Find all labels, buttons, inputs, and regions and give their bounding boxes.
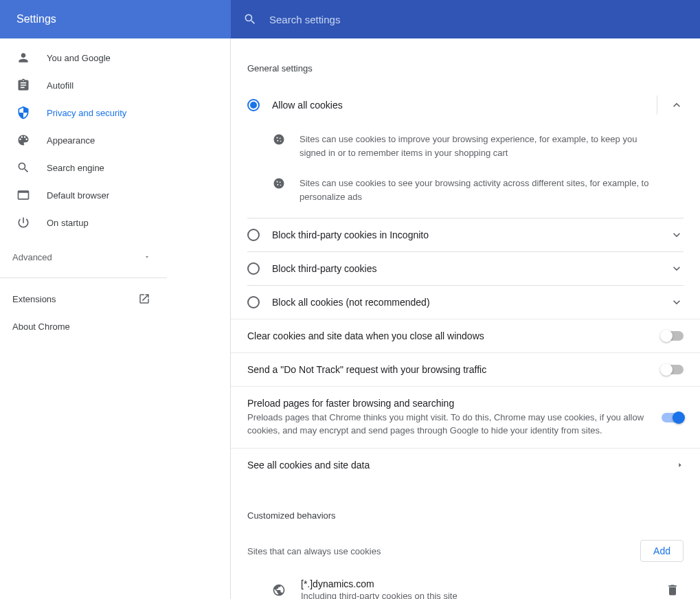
sidebar-extensions[interactable]: Extensions: [0, 285, 167, 313]
svg-point-2: [280, 137, 281, 139]
extensions-label: Extensions: [12, 294, 56, 304]
sidebar-item-label: Appearance: [47, 135, 95, 146]
custom-behaviors-header: Customized behaviors: [231, 502, 700, 533]
person-icon: [16, 51, 30, 65]
sidebar: You and Google Autofill Privacy and secu…: [0, 38, 231, 599]
radio-expanded-content: Sites can use cookies to improve your br…: [231, 124, 700, 218]
svg-point-8: [277, 184, 278, 185]
radio-block-all[interactable]: Block all cookies (not recommended): [231, 286, 700, 319]
svg-point-4: [280, 141, 282, 142]
sidebar-about[interactable]: About Chrome: [0, 313, 167, 340]
chevron-down-icon[interactable]: [670, 295, 684, 309]
sidebar-item-label: Privacy and security: [47, 108, 126, 118]
sidebar-item-label: Default browser: [47, 190, 109, 201]
header: Settings: [0, 0, 700, 38]
setting-title: Clear cookies and site data when you clo…: [247, 330, 662, 341]
setting-title: Preload pages for faster browsing and se…: [247, 398, 662, 409]
sidebar-item-you-and-google[interactable]: You and Google: [0, 44, 230, 71]
radio-icon: [247, 296, 260, 308]
sidebar-item-label: Autofill: [47, 80, 74, 91]
caret-down-icon: [144, 253, 150, 260]
chevron-down-icon[interactable]: [670, 262, 684, 275]
add-button[interactable]: Add: [640, 540, 684, 562]
general-settings-header: General settings: [231, 55, 700, 86]
desc-text: Sites can use cookies to see your browsi…: [300, 177, 684, 204]
radio-label: Block all cookies (not recommended): [272, 297, 670, 308]
sidebar-item-appearance[interactable]: Appearance: [0, 126, 230, 154]
search-bar[interactable]: [231, 0, 700, 38]
radio-icon: [247, 99, 260, 111]
sidebar-item-privacy[interactable]: Privacy and security: [0, 99, 230, 126]
radio-block-3p-incognito[interactable]: Block third-party cookies in Incognito: [231, 218, 700, 251]
cookie-icon: [272, 133, 289, 149]
radio-allow-all[interactable]: Allow all cookies: [231, 86, 700, 124]
search-icon: [243, 12, 257, 26]
globe-icon: [272, 583, 286, 597]
power-icon: [16, 216, 30, 229]
chevron-down-icon[interactable]: [670, 228, 684, 242]
setting-preload[interactable]: Preload pages for faster browsing and se…: [231, 386, 700, 448]
svg-point-3: [277, 140, 278, 142]
svg-point-7: [280, 181, 281, 183]
radio-icon: [247, 262, 260, 275]
palette-icon: [16, 133, 30, 147]
nav-label: See all cookies and site data: [247, 460, 677, 471]
setting-desc: Preloads pages that Chrome thinks you mi…: [247, 411, 662, 437]
app-title: Settings: [0, 0, 231, 38]
external-link-icon: [138, 293, 150, 305]
divider: [657, 95, 657, 115]
svg-point-5: [274, 179, 284, 189]
browser-icon: [16, 188, 30, 202]
desc-text: Sites can use cookies to improve your br…: [300, 133, 684, 160]
toggle-dnt[interactable]: [662, 365, 684, 374]
sidebar-item-autofill[interactable]: Autofill: [0, 71, 230, 99]
radio-label: Block third-party cookies: [272, 263, 670, 274]
svg-point-9: [280, 185, 282, 186]
site-row: [*.]dynamics.com Including third-party c…: [247, 569, 684, 599]
search-engine-icon: [16, 161, 30, 174]
sidebar-item-search-engine[interactable]: Search engine: [0, 154, 230, 181]
nav-see-all-cookies[interactable]: See all cookies and site data: [231, 448, 700, 482]
content: General settings Allow all cookies Sites…: [231, 38, 700, 599]
sidebar-advanced[interactable]: Advanced: [0, 243, 167, 271]
radio-icon: [247, 229, 260, 241]
radio-label: Allow all cookies: [272, 100, 657, 111]
sidebar-item-label: You and Google: [47, 53, 111, 63]
search-input[interactable]: [269, 14, 544, 25]
radio-block-3p[interactable]: Block third-party cookies: [231, 252, 700, 285]
radio-label: Block third-party cookies in Incognito: [272, 229, 670, 240]
cookie-icon: [272, 177, 289, 193]
svg-point-0: [274, 135, 284, 145]
sidebar-item-label: On startup: [47, 218, 89, 228]
shield-icon: [16, 106, 30, 120]
sidebar-item-label: Search engine: [47, 163, 104, 173]
setting-title: Send a "Do Not Track" request with your …: [247, 364, 662, 375]
advanced-label: Advanced: [12, 252, 52, 262]
toggle-clear-on-close[interactable]: [662, 331, 684, 341]
toggle-preload[interactable]: [662, 413, 684, 422]
svg-point-1: [276, 137, 278, 138]
trash-icon[interactable]: [666, 583, 679, 597]
setting-dnt[interactable]: Send a "Do Not Track" request with your …: [231, 352, 700, 386]
caret-right-icon: [677, 462, 684, 468]
about-label: About Chrome: [12, 321, 70, 332]
chevron-up-icon[interactable]: [670, 98, 684, 112]
allow-sites-header: Sites that can always use cookies Add: [247, 533, 684, 569]
sidebar-item-default-browser[interactable]: Default browser: [0, 181, 230, 209]
site-desc: Including third-party cookies on this si…: [301, 591, 666, 599]
allow-sites-label: Sites that can always use cookies: [247, 546, 381, 556]
sidebar-divider: [0, 278, 167, 278]
setting-clear-on-close[interactable]: Clear cookies and site data when you clo…: [231, 319, 700, 352]
autofill-icon: [16, 78, 30, 92]
sidebar-item-on-startup[interactable]: On startup: [0, 209, 230, 236]
svg-point-6: [276, 181, 278, 182]
site-name: [*.]dynamics.com: [301, 578, 666, 589]
